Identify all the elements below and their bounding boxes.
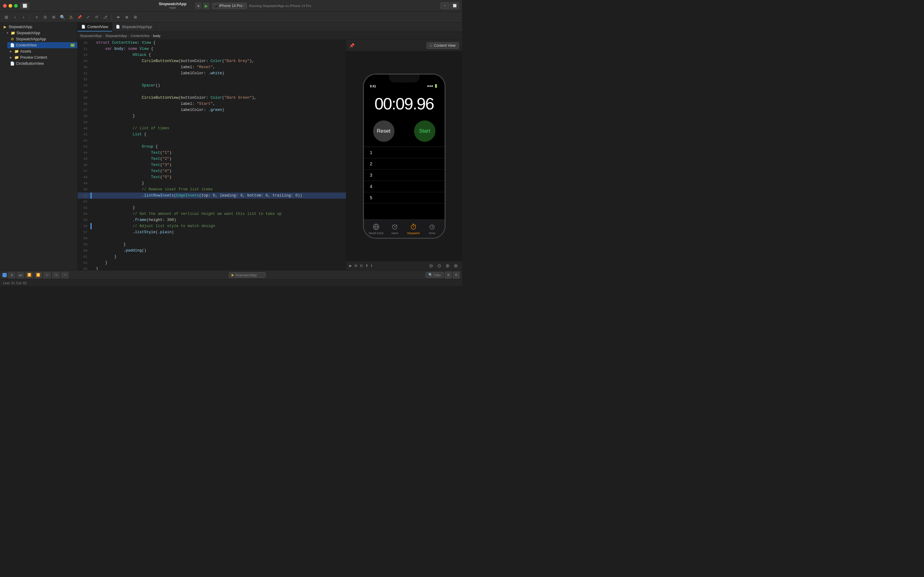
debug-step-btn[interactable]: ⏭ <box>16 272 24 279</box>
debug-pause-btn[interactable]: ⏸ <box>8 272 16 279</box>
debug-addr-btn[interactable]: ⊸ <box>61 272 69 279</box>
modified-badge: M <box>70 44 75 47</box>
navigator-toggle[interactable]: ≡ <box>33 13 41 21</box>
breadcrumb-item-1[interactable]: StopwatchApp <box>80 34 102 38</box>
hierarchy-btn[interactable]: ⊟ <box>41 13 49 21</box>
sidebar-item-stopwatchappapp[interactable]: ⚙ StopwatchAppApp <box>7 36 77 42</box>
zoom-in-icon[interactable]: ⊕ <box>444 262 451 269</box>
bookmark-btn[interactable]: ⊞ <box>50 13 58 21</box>
content-view-button[interactable]: □ Content View <box>427 42 459 49</box>
ios-tab-timer[interactable]: Timer <box>424 223 441 235</box>
reset-button[interactable]: Reset <box>373 121 394 142</box>
source-ctrl-btn[interactable]: ⎇ <box>101 13 109 21</box>
assets-icon: 📁 <box>14 49 19 53</box>
sidebar-item-assets[interactable]: ▶ 📁 Assets <box>7 48 77 55</box>
grid-view-button[interactable]: ⊞ <box>2 13 10 21</box>
code-line-55: 55 .frame(height: 300) <box>77 217 346 223</box>
more-btn[interactable]: ↺ <box>93 13 101 21</box>
debug-step-out-btn[interactable]: ↩ <box>43 272 51 279</box>
code-line-48: 48 Text("5") <box>77 174 346 180</box>
stopwatch-display: 00:09.96 Reset Start <box>364 88 444 219</box>
pin-icon[interactable]: 📌 <box>349 43 354 48</box>
split-view-button[interactable]: ⬜ <box>451 2 459 9</box>
sidebar-item-preview-content[interactable]: ▶ 📁 Preview Content <box>7 55 77 61</box>
search-btn[interactable]: 🔍 <box>58 13 66 21</box>
zoom-out-icon[interactable]: ⊖ <box>428 262 434 269</box>
back-button[interactable]: ‹ <box>11 13 19 21</box>
minimize-button[interactable] <box>8 4 12 8</box>
disclosure-icon-preview: ▶ <box>10 56 13 59</box>
zoom-reset-icon[interactable]: ⊕ <box>452 262 459 269</box>
run-button[interactable]: ▶ <box>203 2 209 9</box>
stopwatch-time: 00:09.96 <box>374 94 434 113</box>
sidebar-item-contentview[interactable]: 📄 ContentView M <box>7 42 77 48</box>
code-line-56: 56 // Adjust list style to match design <box>77 223 346 229</box>
lap-row-4: 4 <box>364 181 444 192</box>
ios-tab-alarm[interactable]: Alarm <box>386 223 403 235</box>
debug-step-in-btn[interactable]: ⏫ <box>34 272 42 279</box>
sidebar-toggle[interactable]: ⬜ <box>20 2 29 9</box>
close-button[interactable] <box>3 4 7 8</box>
code-line-41: 41 List { <box>77 131 346 137</box>
code-line-46: 46 Text("3") <box>77 162 346 168</box>
preview-info-icon[interactable]: ℹ <box>371 264 372 268</box>
line-col-status: Line: 51 Col: 92 <box>3 281 27 285</box>
ios-tab-worldclock[interactable]: World Clock <box>368 223 385 235</box>
app-label-btn[interactable]: ▶ StopwatchApp <box>229 272 266 278</box>
stop-button[interactable]: ■ <box>195 2 202 9</box>
breadcrumb-item-2[interactable]: StopwatchApp <box>105 34 127 38</box>
preview-grid-icon[interactable]: ⊞ <box>354 264 357 268</box>
sidebar: ▶ StopwatchApp ▼ 📁 StopwatchApp ⚙ Stopwa… <box>0 23 77 270</box>
tab-stopwatchappapp[interactable]: 📄 StopwatchAppApp <box>112 23 156 31</box>
code-line-53: 53 } <box>77 205 346 211</box>
breadcrumb-item-3[interactable]: ContentView <box>130 34 150 38</box>
code-line-30: 30 label: "Reset", <box>77 64 346 70</box>
filter-area: 🔍 Filter ≣ ⚙ <box>426 272 460 279</box>
device-selector[interactable]: 📱 iPhone 14 Pro › <box>212 3 246 9</box>
debug-next-btn[interactable]: ⏬ <box>25 272 33 279</box>
app-subtitle: main <box>169 6 176 10</box>
debug-nav-btn[interactable]: ↪ <box>52 272 60 279</box>
log-options-btn[interactable]: ⚙ <box>453 272 460 279</box>
preview-share-icon[interactable]: ⬆ <box>365 264 368 268</box>
code-line-42: 42 <box>77 137 346 143</box>
reset-label: Reset <box>377 128 390 134</box>
code-line-40: 40 // List of times <box>77 125 346 131</box>
forward-button[interactable]: › <box>19 13 27 21</box>
content-view-icon: □ <box>430 44 432 47</box>
minimap-btn[interactable]: ⊞ <box>131 13 139 21</box>
preview-layout-icon[interactable]: ⊟ <box>360 264 363 268</box>
code-line-49: 49 } <box>77 180 346 187</box>
ios-tab-stopwatch[interactable]: Stopwatch <box>405 223 422 235</box>
sidebar-item-circlebuttonview[interactable]: 📄 CircleButtonView <box>7 61 77 67</box>
code-line-47: 47 Text("4") <box>77 168 346 174</box>
sidebar-item-stopwatchapp-group[interactable]: ▼ 📁 StopwatchApp <box>4 30 77 36</box>
breadcrumb: StopwatchApp › StopwatchApp › ContentVie… <box>77 32 462 40</box>
code-line-44: 44 Text("1") <box>77 150 346 156</box>
expand-btn[interactable]: ⤢ <box>84 13 92 21</box>
start-button[interactable]: Start <box>414 121 435 142</box>
blame-btn[interactable]: ≣ <box>123 13 131 21</box>
filter-input[interactable]: 🔍 Filter <box>426 272 444 278</box>
code-review-btn[interactable]: ⬌ <box>114 13 122 21</box>
iphone-mockup: 9:41 ●●● 🔋 00:09.96 Reset <box>363 74 446 239</box>
lap-num-3: 3 <box>370 172 372 177</box>
alarm-label: Alarm <box>391 232 398 235</box>
warning-btn[interactable]: ⚠ <box>67 13 75 21</box>
title-bar-center: StopwatchApp main ■ ▶ 📱 iPhone 14 Pro › … <box>32 2 438 10</box>
code-line-37: 37 labelColor: .green) <box>77 107 346 113</box>
preview-footer: ▶ ⊞ ⊟ ⬆ ℹ ⊖ ⊙ ⊕ ⊕ <box>346 261 462 270</box>
filter-options-btn[interactable]: ≣ <box>445 272 452 279</box>
preview-play-icon[interactable]: ▶ <box>349 264 352 268</box>
lap-list: 1 2 3 4 <box>364 147 444 219</box>
ios-tab-bar: World Clock <box>364 219 444 238</box>
tab-contentview[interactable]: 📄 ContentView <box>77 23 112 31</box>
code-editor[interactable]: 10 struct ContentView: View { 11 var bod… <box>77 40 346 270</box>
stopwatch-label: Stopwatch <box>407 232 420 235</box>
breadcrumb-item-4[interactable]: body <box>153 34 160 38</box>
zoom-fit-icon[interactable]: ⊙ <box>436 262 443 269</box>
pin-btn[interactable]: 📌 <box>76 13 84 21</box>
sidebar-item-stopwatchapp-root[interactable]: ▶ StopwatchApp <box>0 24 77 30</box>
fullscreen-button[interactable] <box>14 4 18 8</box>
add-tab-button[interactable]: + <box>441 2 449 9</box>
